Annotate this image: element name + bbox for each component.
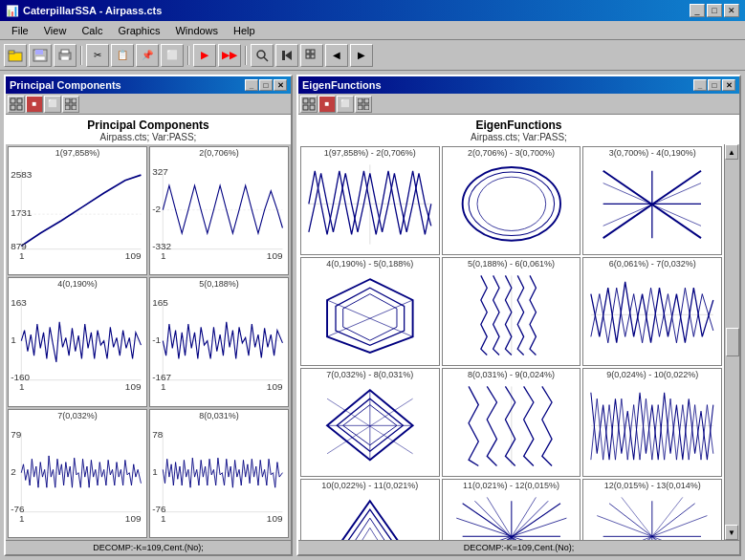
ef-chart-4 [301, 269, 439, 361]
scrollbar-thumb[interactable] [726, 328, 739, 356]
menu-graphics[interactable]: Graphics [110, 23, 167, 38]
pc-toolbar-r2[interactable]: ⬜ [44, 96, 61, 113]
ef-chart-1 [301, 159, 439, 250]
minimize-button[interactable]: _ [690, 4, 705, 17]
svg-rect-16 [11, 98, 15, 103]
ef-scroll[interactable]: 1(97,858%) - 2(0,706%) 2(0,706% [298, 144, 724, 540]
pc-cell-2: 2(0,706%) 327 -2 -332 1 109 [149, 146, 289, 275]
pc-maximize-btn[interactable]: □ [259, 79, 273, 91]
ef-close-btn[interactable]: ✕ [722, 79, 735, 91]
toolbar-clear[interactable]: ⬜ [161, 44, 184, 67]
ef-toolbar: ■ ⬜ [298, 94, 739, 115]
ef-cell-7: 7(0,032%) - 8(0,031%) [300, 368, 440, 477]
svg-text:109: 109 [267, 250, 283, 261]
svg-text:79: 79 [11, 429, 22, 440]
toolbar-paste[interactable]: 📌 [136, 44, 159, 67]
toolbar-nav-left[interactable] [275, 44, 298, 67]
svg-rect-22 [65, 105, 70, 110]
pc-panel-title: Principal Components [10, 79, 121, 91]
svg-text:327: 327 [152, 166, 168, 177]
ef-maximize-btn[interactable]: □ [708, 79, 721, 91]
svg-rect-72 [303, 98, 308, 103]
ef-cell-9-title: 9(0,024%) - 10(0,022%) [583, 369, 721, 380]
svg-text:1: 1 [161, 381, 166, 392]
svg-text:109: 109 [267, 512, 283, 523]
close-button[interactable]: ✕ [724, 4, 739, 17]
toolbar-zoom[interactable] [251, 44, 274, 67]
toolbar-print[interactable] [54, 44, 77, 67]
svg-rect-76 [358, 98, 362, 103]
svg-rect-77 [364, 98, 369, 103]
toolbar-save[interactable] [29, 44, 52, 67]
svg-text:1: 1 [19, 381, 25, 392]
svg-rect-13 [311, 50, 315, 54]
toolbar-cut[interactable]: ✂ [86, 44, 109, 67]
maximize-button[interactable]: □ [707, 4, 722, 17]
toolbar-grid[interactable] [300, 44, 323, 67]
svg-rect-78 [358, 105, 362, 110]
pc-toolbar-grid[interactable] [8, 96, 25, 113]
pc-toolbar-r3[interactable] [62, 96, 79, 113]
ef-cell-7-title: 7(0,032%) - 8(0,031%) [301, 369, 439, 380]
toolbar-open[interactable] [4, 44, 27, 67]
menu-bar: File View Calc Graphics Windows Help [0, 21, 745, 40]
ef-toolbar-r2[interactable]: ⬜ [337, 96, 354, 113]
ef-cell-1-title: 1(97,858%) - 2(0,706%) [301, 147, 439, 159]
svg-text:1: 1 [152, 466, 158, 477]
pc-cell-2-title: 2(0,706%) [150, 147, 288, 159]
pc-minimize-btn[interactable]: _ [245, 79, 258, 91]
ef-header-title: EigenFunctions [298, 118, 739, 132]
pc-cell-5-title: 7(0,032%) [9, 410, 146, 421]
ef-header: EigenFunctions Airpass.cts; Var:PASS; [298, 115, 739, 144]
ef-panel-title: EigenFunctions [302, 79, 382, 91]
pc-close-btn[interactable]: ✕ [274, 79, 287, 91]
scrollbar-up-btn[interactable]: ▲ [725, 144, 738, 160]
pc-cell-5: 7(0,032%) 79 2 -76 1 109 [8, 409, 147, 538]
toolbar-copy[interactable]: 📋 [111, 44, 134, 67]
ef-minimize-btn[interactable]: _ [693, 79, 707, 91]
pc-cell-4: 5(0,188%) 165 -1 -167 1 109 [149, 277, 289, 406]
svg-rect-20 [65, 98, 70, 103]
pc-header: Principal Components Airpass.cts; Var:PA… [6, 115, 291, 144]
ef-chart-10 [301, 491, 439, 540]
scrollbar-down-btn[interactable]: ▼ [725, 525, 738, 540]
ef-toolbar-r1[interactable]: ■ [318, 96, 336, 113]
svg-text:165: 165 [152, 297, 168, 308]
ef-title-buttons: _ □ ✕ [693, 79, 735, 91]
ef-cell-6-title: 6(0,061%) - 7(0,032%) [583, 258, 721, 269]
svg-rect-19 [17, 105, 22, 110]
ef-cell-10: 10(0,022%) - 11(0,021%) [300, 479, 440, 540]
menu-view[interactable]: View [36, 23, 75, 38]
ef-cell-4-title: 4(0,190%) - 5(0,188%) [301, 258, 439, 269]
menu-windows[interactable]: Windows [167, 23, 226, 38]
toolbar-run-all[interactable]: ▶▶ [218, 44, 241, 67]
svg-text:1: 1 [19, 250, 25, 261]
ef-cell-1: 1(97,858%) - 2(0,706%) [300, 146, 440, 255]
ef-chart-7 [301, 380, 439, 472]
menu-file[interactable]: File [4, 23, 36, 38]
svg-line-131 [652, 536, 695, 540]
ef-toolbar-grid[interactable] [300, 96, 318, 113]
menu-help[interactable]: Help [226, 23, 263, 38]
ef-chart-11 [443, 491, 581, 540]
svg-marker-91 [327, 279, 413, 353]
ef-toolbar-r3[interactable] [355, 96, 372, 113]
ef-chart-3 [583, 159, 721, 250]
svg-rect-7 [61, 56, 69, 60]
toolbar-run[interactable]: ▶ [193, 44, 216, 67]
pc-footer: DECOMP:-K=109,Cent.(No); [6, 540, 291, 554]
app-title: CaterpillarSSA - Airpass.cts [23, 5, 162, 16]
ef-cell-12: 12(0,015%) - 13(0,014%) [582, 479, 722, 540]
ef-scrollbar[interactable]: ▲ ▼ [724, 144, 739, 540]
svg-text:109: 109 [125, 250, 142, 261]
svg-text:109: 109 [125, 512, 142, 523]
ef-chart-2 [443, 159, 581, 250]
pc-toolbar-r1[interactable]: ■ [26, 96, 43, 113]
ef-title-bar: EigenFunctions _ □ ✕ [298, 76, 739, 94]
ef-cell-5: 5(0,188%) - 6(0,061%) [442, 257, 581, 366]
ef-cell-3: 3(0,700%) - 4(0,190%) [582, 146, 722, 255]
toolbar-prev[interactable]: ◀ [325, 44, 348, 67]
toolbar-next[interactable]: ▶ [350, 44, 373, 67]
svg-rect-75 [310, 105, 315, 110]
menu-calc[interactable]: Calc [74, 23, 110, 38]
